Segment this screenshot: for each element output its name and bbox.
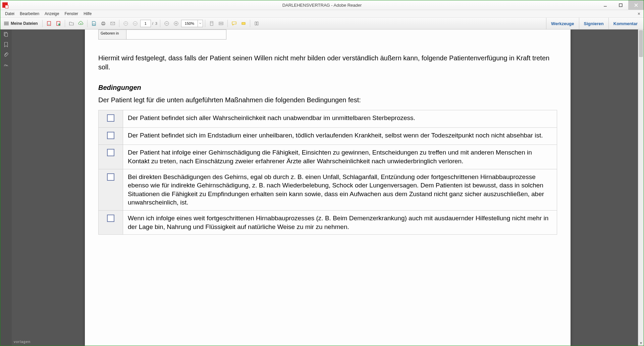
thumbnails-icon[interactable] <box>3 32 9 38</box>
intro-paragraph: Hiermit wird festgelegt, dass falls der … <box>98 54 557 72</box>
content-area: Geboren in Hiermit wird festgelegt, dass… <box>0 30 644 346</box>
svg-rect-6 <box>102 22 104 23</box>
zoom-combo[interactable] <box>181 20 203 27</box>
page-count: 3 <box>155 21 158 25</box>
export-pdf-icon[interactable] <box>45 19 53 28</box>
window-title: DARLEHENSVERTRAG - Adobe Reader <box>0 3 644 8</box>
toolbar: Meine Dateien / 3 <box>0 18 644 30</box>
section-heading: Bedingungen <box>98 84 557 92</box>
menu-fenster[interactable]: Fenster <box>62 11 81 17</box>
separator <box>42 20 43 27</box>
fit-width-icon[interactable] <box>217 19 225 28</box>
my-files-label: Meine Dateien <box>11 21 38 26</box>
svg-point-3 <box>58 23 60 25</box>
comment-add-icon[interactable] <box>230 19 238 28</box>
checkbox[interactable] <box>107 215 114 222</box>
section-lead: Der Patient legt für die unten aufgeführ… <box>98 96 557 104</box>
form-field-geboren-in: Geboren in <box>98 30 226 40</box>
my-files-button[interactable]: Meine Dateien <box>2 19 40 28</box>
field-label: Geboren in <box>99 30 126 39</box>
menubar: Datei Bearbeiten Anzeige Fenster Hilfe × <box>0 10 644 18</box>
menu-bearbeiten[interactable]: Bearbeiten <box>17 11 42 17</box>
hamburger-icon <box>4 22 9 25</box>
field-value[interactable] <box>126 30 226 39</box>
condition-text: Wenn ich infolge eines weit fortgeschrit… <box>123 211 557 235</box>
page-up-icon[interactable] <box>121 19 130 28</box>
comment-panel-button[interactable]: Kommentar <box>608 18 642 29</box>
close-document-icon[interactable]: × <box>636 11 642 16</box>
svg-rect-4 <box>93 24 95 25</box>
checkbox[interactable] <box>107 114 114 122</box>
highlight-icon[interactable] <box>239 19 248 28</box>
table-row: Der Patient hat infolge einer Gehirnschä… <box>99 145 557 169</box>
vertical-scrollbar[interactable]: ▴ ▾ <box>638 30 644 346</box>
create-pdf-icon[interactable] <box>54 19 63 28</box>
separator <box>160 20 160 27</box>
separator <box>65 20 65 27</box>
fit-page-icon[interactable] <box>207 19 216 28</box>
svg-rect-15 <box>242 22 245 24</box>
page-sep: / <box>152 21 154 25</box>
svg-point-10 <box>133 21 137 25</box>
separator <box>250 20 250 27</box>
cloud-upload-icon[interactable] <box>76 19 85 28</box>
zoom-in-icon[interactable] <box>172 19 180 28</box>
separator <box>119 20 119 27</box>
svg-point-9 <box>124 21 128 25</box>
table-row: Der Patient befindet sich aller Wahrsche… <box>99 110 557 128</box>
zoom-input[interactable] <box>181 21 198 26</box>
watermark: vorlagen <box>14 340 31 344</box>
email-icon[interactable] <box>108 19 117 28</box>
gutter-right <box>568 30 638 346</box>
nav-rail <box>0 30 12 346</box>
tools-panel-button[interactable]: Werkzeuge <box>546 18 579 29</box>
document-page: Geboren in Hiermit wird festgelegt, dass… <box>85 30 571 346</box>
svg-rect-17 <box>5 33 8 37</box>
save-icon[interactable] <box>90 19 98 28</box>
checkbox[interactable] <box>107 149 114 156</box>
attachment-icon[interactable] <box>3 52 9 58</box>
page-number-input[interactable] <box>140 20 151 27</box>
table-row: Bei direkten Beschädigungen des Gehirns,… <box>99 169 557 211</box>
menu-hilfe[interactable]: Hilfe <box>81 11 94 17</box>
print-icon[interactable] <box>99 19 108 28</box>
separator <box>227 20 228 27</box>
condition-text: Der Patient befindet sich aller Wahrsche… <box>123 110 557 128</box>
menu-datei[interactable]: Datei <box>2 11 17 17</box>
checkbox[interactable] <box>107 132 114 139</box>
sign-panel-button[interactable]: Signieren <box>579 18 608 29</box>
table-row: Wenn ich infolge eines weit fortgeschrit… <box>99 211 557 235</box>
read-mode-icon[interactable] <box>252 19 261 28</box>
gutter-left <box>12 30 82 346</box>
scroll-thumb[interactable] <box>639 30 643 57</box>
svg-rect-13 <box>210 21 213 25</box>
page-indicator: / 3 <box>140 20 158 27</box>
separator <box>87 20 88 27</box>
checkbox[interactable] <box>107 173 114 181</box>
condition-text: Der Patient befindet sich im Endstadium … <box>123 127 557 145</box>
bookmark-icon[interactable] <box>3 42 9 48</box>
condition-text: Der Patient hat infolge einer Gehirnschä… <box>123 145 557 169</box>
chevron-down-icon[interactable] <box>198 20 203 27</box>
menu-anzeige[interactable]: Anzeige <box>42 11 62 17</box>
open-icon[interactable] <box>67 19 76 28</box>
page-down-icon[interactable] <box>131 19 140 28</box>
conditions-table: Der Patient befindet sich aller Wahrsche… <box>98 110 557 235</box>
scroll-down-icon[interactable]: ▾ <box>638 340 644 346</box>
signatures-icon[interactable] <box>3 62 9 68</box>
separator <box>205 20 205 27</box>
zoom-out-icon[interactable] <box>162 19 171 28</box>
table-row: Der Patient befindet sich im Endstadium … <box>99 127 557 145</box>
condition-text: Bei direkten Beschädigungen des Gehirns,… <box>123 169 557 211</box>
titlebar: DARLEHENSVERTRAG - Adobe Reader <box>0 0 644 10</box>
